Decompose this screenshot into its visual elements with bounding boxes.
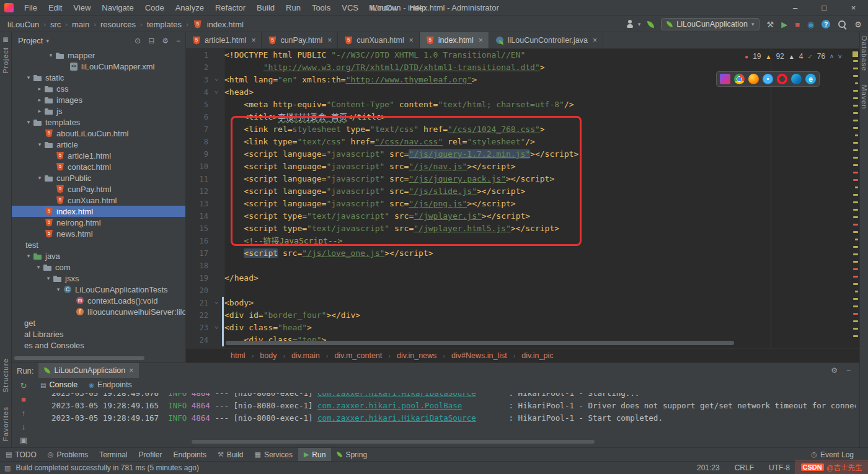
stop-icon[interactable]: ■	[795, 20, 800, 29]
search-everywhere-icon[interactable]	[838, 20, 847, 29]
app-icon[interactable]	[4, 3, 14, 12]
tree-item-es-and-consoles[interactable]: es and Consoles	[12, 340, 185, 351]
seedling-icon[interactable]	[647, 21, 654, 28]
prev-problem-icon[interactable]: ˄	[830, 53, 833, 60]
stripe-mark[interactable]	[853, 216, 858, 218]
expand-arrow-icon[interactable]: ▾	[46, 52, 55, 58]
stripe-mark[interactable]	[853, 328, 858, 330]
fold-marker-icon[interactable]: ˅	[211, 74, 222, 86]
stripe-mark[interactable]	[853, 120, 858, 121]
stripe-mark[interactable]	[853, 164, 858, 166]
settings-gear-icon[interactable]: ⚙	[162, 37, 169, 45]
tree-item-article[interactable]: ▾article	[12, 139, 185, 150]
stripe-mark[interactable]	[853, 90, 858, 92]
project-panel-title[interactable]: Project	[18, 36, 43, 45]
stripe-mark[interactable]	[853, 149, 858, 151]
next-trace-icon[interactable]: ↓	[22, 423, 26, 431]
menu-analyze[interactable]: Analyze	[170, 0, 210, 15]
crumb-div-in-pic[interactable]: div.in_pic	[521, 351, 553, 360]
prev-trace-icon[interactable]: ↑	[22, 409, 26, 417]
stripe-mark[interactable]	[853, 276, 858, 278]
stripe-mark[interactable]	[853, 209, 858, 211]
run-tab-console[interactable]: ▤Console	[40, 380, 78, 389]
stripe-mark[interactable]	[853, 60, 858, 62]
tree-item-com[interactable]: ▾com	[12, 261, 185, 273]
settings-gear-icon[interactable]: ⚙	[831, 367, 838, 374]
stripe-mark[interactable]	[853, 298, 858, 300]
toolwindow-tab-project[interactable]: Project	[2, 47, 9, 74]
stripe-mark[interactable]	[853, 335, 858, 337]
tree-item-liloucuncunweihuiserver-liloucunc[interactable]: liloucuncunweihuiServer:liloucunc	[12, 306, 185, 317]
tree-item-static[interactable]: ▾static	[12, 72, 185, 83]
expand-arrow-icon[interactable]: ▸	[35, 86, 44, 92]
toolwindow-button-todo[interactable]: ▤TODO	[0, 448, 42, 461]
menu-file[interactable]: File	[19, 0, 43, 15]
build-hammer-icon[interactable]: ⚒	[766, 20, 774, 29]
stripe-mark[interactable]	[855, 239, 858, 240]
tree-item-js[interactable]: ▸js	[12, 105, 185, 116]
breadcrumb-item-main[interactable]: main	[72, 20, 89, 29]
stripe-mark[interactable]	[853, 253, 858, 255]
menu-navigate[interactable]: Navigate	[96, 0, 139, 15]
editor-tab-article1-html[interactable]: article1.html×	[186, 32, 262, 48]
edge-browser-icon[interactable]	[791, 74, 802, 84]
close-tab-icon[interactable]: ×	[593, 36, 597, 45]
toolwindow-button-services[interactable]: ▦Services	[249, 448, 298, 461]
menu-run[interactable]: Run	[280, 0, 306, 15]
stripe-mark[interactable]	[853, 142, 858, 144]
tree-item-cunxuan-html[interactable]: cunXuan.html	[12, 195, 185, 206]
crumb-body[interactable]: body	[260, 351, 277, 360]
toolwindow-button-spring[interactable]: Spring	[331, 448, 373, 461]
collapse-all-icon[interactable]: ⊟	[148, 37, 154, 45]
expand-arrow-icon[interactable]: ▾	[44, 275, 53, 281]
breadcrumb-item-templates[interactable]: templates	[147, 20, 182, 29]
stripe-mark[interactable]	[853, 283, 858, 285]
editor-tab-index-html[interactable]: index.html×	[420, 32, 489, 48]
fold-marker-icon[interactable]: ˅	[211, 322, 222, 334]
stripe-mark[interactable]	[853, 157, 858, 159]
menu-vcs[interactable]: VCS	[336, 0, 364, 15]
expand-arrow-icon[interactable]: ▾	[24, 119, 33, 125]
breadcrumb-current-file[interactable]: index.html	[207, 20, 244, 29]
editor-horizontal-scrollbar[interactable]	[226, 341, 734, 345]
editor-tab-cunpay-html[interactable]: cunPay.html×	[262, 32, 338, 48]
tree-item-liloucunmapper-xml[interactable]: liLouCunMapper.xml	[12, 61, 185, 72]
toolwindow-button-profiler[interactable]: Profiler	[133, 448, 168, 461]
tree-item-jsxs[interactable]: ▾jsxs	[12, 273, 185, 284]
breadcrumb-item-liloucun[interactable]: liLouCun	[7, 20, 39, 29]
stripe-mark[interactable]	[853, 127, 858, 129]
toolwindow-button-endpoints[interactable]: Endpoints	[168, 448, 212, 461]
expand-arrow-icon[interactable]: ▾	[24, 253, 33, 259]
menu-code[interactable]: Code	[140, 0, 170, 15]
toolwindow-button-event-log[interactable]: ◷Event Log	[805, 448, 859, 461]
hide-panel-icon[interactable]: −	[176, 37, 180, 45]
stripe-mark[interactable]	[853, 97, 858, 99]
opera-browser-icon[interactable]	[777, 74, 787, 84]
close-tab-icon[interactable]: ×	[327, 36, 332, 45]
expand-arrow-icon[interactable]: ▾	[34, 264, 43, 270]
editor-body[interactable]: 1<!DOCTYPE html PUBLIC "-//W3C//DTD XHTM…	[186, 49, 859, 348]
tree-item-get[interactable]: get	[12, 317, 185, 328]
tree-item-images[interactable]: ▸images	[12, 94, 185, 105]
fold-marker-icon[interactable]: ˅	[211, 86, 222, 99]
tree-item-contextloads-void[interactable]: contextLoads():void	[12, 295, 185, 306]
safari-browser-icon[interactable]	[763, 74, 773, 84]
breadcrumb-item-resources[interactable]: resources	[100, 20, 136, 29]
minimize-button[interactable]: –	[781, 0, 810, 15]
typo-count[interactable]: 76	[817, 52, 825, 61]
close-button[interactable]: ×	[839, 0, 868, 15]
crumb-div-m-content[interactable]: div.m_content	[334, 351, 382, 360]
run-tab[interactable]: LiLouCunApplication ×	[38, 363, 139, 378]
tree-item-article1-html[interactable]: article1.html	[12, 150, 185, 161]
firefox-browser-icon[interactable]	[748, 74, 759, 84]
maximize-button[interactable]: □	[810, 0, 839, 15]
menu-view[interactable]: View	[68, 0, 96, 15]
user-avatar-icon[interactable]	[625, 19, 635, 29]
tree-item-cunpublic[interactable]: ▾cunPublic	[12, 172, 185, 183]
console-output[interactable]: 2023-03-05 19:28:49.076 INFO 4864 --- [n…	[51, 393, 856, 439]
menu-tools[interactable]: Tools	[306, 0, 336, 15]
next-problem-icon[interactable]: ˅	[838, 53, 842, 60]
stop-icon[interactable]: ■	[21, 395, 26, 403]
stripe-mark[interactable]	[853, 268, 858, 270]
editor-tab-liloucuncontroller-java[interactable]: liLouCunController.java×	[489, 32, 603, 48]
